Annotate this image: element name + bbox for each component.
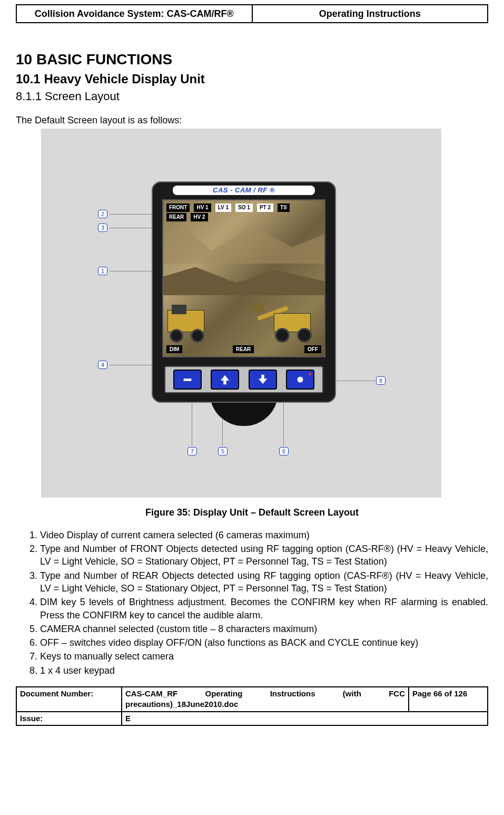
- device-bezel: CAS - CAM / RF ® FRONT HV 1 LV 1 SO 1 PT…: [152, 181, 336, 403]
- osd-rear-row: REAR HV 2: [166, 213, 208, 221]
- svg-rect-0: [183, 379, 191, 382]
- subsection-heading: 8.1.1 Screen Layout: [16, 89, 488, 104]
- camera-down-key[interactable]: [249, 370, 277, 390]
- svg-marker-2: [259, 375, 268, 384]
- wheel-loader-graphic: [258, 300, 321, 343]
- osd-front-so: SO 1: [235, 203, 253, 212]
- terrain-bg: [163, 221, 324, 264]
- legend-item-4: DIM key 5 levels of Brightness adjustmen…: [40, 596, 488, 622]
- footer-issue-value: E: [122, 712, 488, 725]
- legend-item-5: CAMERA channel selected (custom title – …: [40, 623, 488, 635]
- callout-5: 5: [218, 447, 228, 455]
- legend-item-7: Keys to manually select camera: [40, 650, 488, 663]
- header-right: Operating Instructions: [252, 5, 488, 23]
- leader-7: [192, 403, 192, 446]
- figure-caption: Figure 35: Display Unit – Default Screen…: [16, 506, 488, 519]
- circle-icon: [294, 374, 306, 385]
- osd-front-lv: LV 1: [215, 203, 231, 212]
- osd-dim-label: DIM: [166, 345, 182, 354]
- callout-3: 3: [98, 224, 107, 232]
- callout-7: 7: [187, 447, 197, 455]
- arrow-down-icon: [257, 374, 269, 385]
- osd-bottom-row: DIM REAR OFF: [166, 345, 321, 354]
- camera-up-key[interactable]: [211, 370, 239, 390]
- footer-page: Page 66 of 126: [409, 687, 488, 712]
- arrow-up-icon: [219, 374, 231, 385]
- minus-icon: [182, 374, 193, 385]
- legend-item-3: Type and Number of REAR Objects detected…: [40, 569, 488, 595]
- power-led-icon: [309, 373, 311, 375]
- osd-rear-hv: HV 2: [191, 213, 207, 221]
- legend-item-8: 1 x 4 user keypad: [40, 664, 488, 677]
- legend-item-2: Type and Number of FRONT Objects detecte…: [40, 542, 488, 568]
- footer-docnum-value: CAS-CAM_RF Operating Instructions (with …: [122, 687, 409, 712]
- legend-item-1: Video Display of current camera selected…: [40, 529, 488, 541]
- figure-frame: 2 3 1 4 8 7 5 6 CAS - CAM / RF ®: [41, 129, 441, 498]
- device-title: CAS - CAM / RF ®: [173, 186, 315, 195]
- chapter-heading: 10 BASIC FUNCTIONS: [16, 50, 488, 70]
- haul-truck-graphic: [167, 306, 225, 343]
- osd-front-row: FRONT HV 1 LV 1 SO 1 PT 2 TS: [166, 203, 290, 212]
- footer-docnum-label: Document Number:: [16, 687, 122, 712]
- leader-6: [283, 403, 284, 446]
- callout-4: 4: [98, 361, 107, 369]
- user-keypad: [164, 366, 323, 393]
- dim-key[interactable]: [173, 370, 202, 390]
- display-unit: CAS - CAM / RF ® FRONT HV 1 LV 1 SO 1 PT…: [152, 181, 336, 403]
- intro-text: The Default Screen layout is as follows:: [16, 114, 488, 127]
- osd-front-pt: PT 2: [257, 203, 273, 212]
- legend-item-6: OFF – switches video display OFF/ON (als…: [40, 636, 488, 649]
- osd-front-ts: TS: [278, 203, 290, 212]
- callout-8: 8: [376, 376, 386, 385]
- svg-point-3: [298, 377, 303, 383]
- header-left: Collision Avoidance System: CAS-CAM/RF®: [16, 5, 252, 23]
- footer-issue-label: Issue:: [16, 712, 122, 725]
- osd-front-label: FRONT: [166, 203, 190, 212]
- osd-rear-label: REAR: [166, 213, 186, 221]
- off-key[interactable]: [286, 370, 314, 390]
- callout-2: 2: [98, 210, 107, 218]
- page-footer: Document Number: CAS-CAM_RF Operating In…: [16, 686, 488, 726]
- osd-camera-label: REAR: [233, 345, 254, 354]
- osd-front-hv: HV 1: [194, 203, 211, 212]
- video-screen: FRONT HV 1 LV 1 SO 1 PT 2 TS REAR HV 2 D…: [162, 199, 325, 357]
- callout-6: 6: [279, 447, 289, 455]
- svg-marker-1: [221, 375, 230, 384]
- terrain-fg: [163, 264, 324, 295]
- osd-off-label: OFF: [304, 345, 321, 354]
- figure-legend: Video Display of current camera selected…: [29, 529, 488, 677]
- section-heading: 10.1 Heavy Vehicle Display Unit: [16, 71, 488, 88]
- page-header: Collision Avoidance System: CAS-CAM/RF® …: [16, 4, 488, 23]
- callout-1: 1: [98, 267, 107, 275]
